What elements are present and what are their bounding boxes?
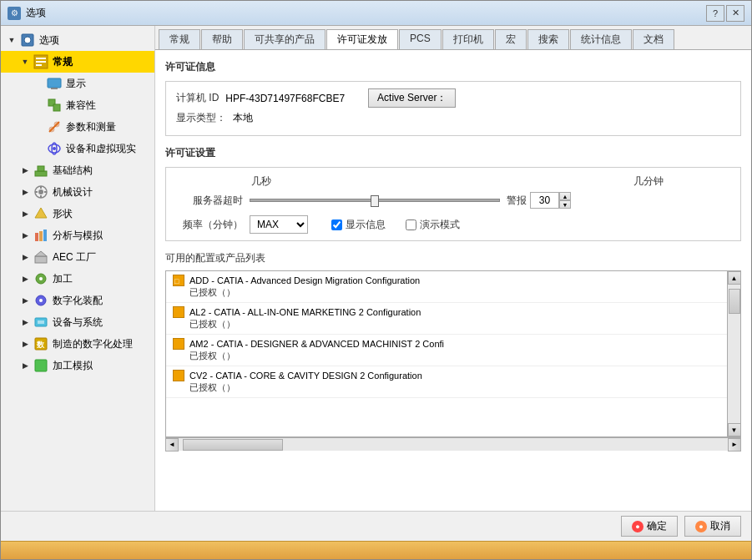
tab-sousuo[interactable]: 搜索 bbox=[527, 29, 569, 50]
right-panel: 常规 帮助 可共享的产品 许可证发放 PCS 打印机 宏 搜索 统计信息 文档 … bbox=[155, 26, 751, 511]
cancel-button[interactable]: ● 取消 bbox=[684, 516, 741, 537]
sidebar-item-fenxi[interactable]: ▶ 分析与模拟 bbox=[1, 225, 154, 246]
svg-point-19 bbox=[38, 189, 43, 194]
aec-icon bbox=[33, 249, 49, 265]
spin-down-button[interactable]: ▼ bbox=[559, 200, 571, 209]
show-info-checkbox[interactable] bbox=[331, 219, 342, 230]
footer: ● 确定 ● 取消 bbox=[1, 511, 751, 541]
main-content: ▼ 选项 ▼ bbox=[1, 26, 751, 511]
active-server-button[interactable]: Active Server： bbox=[368, 88, 456, 108]
expand-icon-xianshi bbox=[34, 79, 43, 88]
sidebar-item-zhizao[interactable]: ▶ 数 制造的数字化处理 bbox=[1, 333, 154, 355]
sidebar-item-jichujiegou[interactable]: ▶ 基础结构 bbox=[1, 159, 154, 181]
expand-icon-aec: ▶ bbox=[21, 253, 29, 261]
svg-rect-26 bbox=[39, 231, 43, 241]
sidebar-item-jianrong[interactable]: 兼容性 bbox=[1, 94, 154, 116]
computer-id-value: HPF-43D71497F68FCBE7 bbox=[225, 93, 345, 104]
sidebar-item-jixiesheji[interactable]: ▶ 机械设计 bbox=[1, 181, 154, 203]
expand-icon-canshu bbox=[34, 123, 43, 131]
list-scrollbar: ▲ ▼ bbox=[727, 271, 740, 436]
list-item[interactable]: AL2 - CATIA - ALL-IN-ONE MARKETING 2 Con… bbox=[166, 303, 727, 335]
svg-rect-42 bbox=[174, 339, 184, 349]
svg-rect-28 bbox=[35, 256, 47, 263]
shebei-icon bbox=[46, 140, 63, 157]
sidebar-item-xingzhuang[interactable]: ▶ 形状 bbox=[1, 203, 154, 225]
sidebar-item-changgui[interactable]: ▼ 常规 bbox=[1, 51, 154, 73]
sidebar-item-aec[interactable]: ▶ AEC 工厂 bbox=[1, 246, 154, 268]
sidebar-item-shebeixitong[interactable]: ▶ 设备与系统 bbox=[1, 311, 154, 333]
sidebar-item-shebei[interactable]: 设备和虚拟现实 bbox=[1, 138, 154, 159]
list-section-title: 可用的配置或产品列表 bbox=[165, 251, 741, 265]
demo-mode-checkbox[interactable] bbox=[406, 219, 416, 230]
list-item-icon bbox=[173, 306, 184, 318]
tab-pcs[interactable]: PCS bbox=[399, 29, 442, 50]
list-item[interactable]: CV2 - CATIA - CORE & CAVITY DESIGN 2 Con… bbox=[166, 366, 727, 398]
freq-select[interactable]: MAX 1 5 10 30 60 bbox=[250, 215, 308, 234]
hscroll-bar: ◄ ► bbox=[165, 437, 741, 451]
tab-bangzhu[interactable]: 帮助 bbox=[201, 29, 243, 50]
hscroll-right-button[interactable]: ► bbox=[728, 438, 741, 452]
tab-wendang[interactable]: 文档 bbox=[633, 29, 674, 50]
list-item-text: ADD - CATIA - Advanced Design Migration … bbox=[189, 275, 420, 285]
sidebar-item-canshu[interactable]: 参数和测量 bbox=[1, 116, 154, 138]
tab-dayinji[interactable]: 打印机 bbox=[442, 29, 494, 50]
xingzhuang-label: 形状 bbox=[53, 207, 73, 221]
list-item-title: □ ADD - CATIA - Advanced Design Migratio… bbox=[173, 275, 720, 286]
list-item[interactable]: AM2 - CATIA - DESIGNER & ADVANCED MACHIN… bbox=[166, 335, 727, 366]
tab-xukefazhong[interactable]: 许可证发放 bbox=[326, 29, 398, 50]
list-item-text: AM2 - CATIA - DESIGNER & ADVANCED MACHIN… bbox=[189, 339, 444, 349]
expand-icon-jianrong bbox=[34, 101, 43, 109]
shebei-label: 设备和虚拟现实 bbox=[66, 142, 136, 156]
title-bar: ⚙ 选项 ? ✕ bbox=[1, 1, 751, 26]
canshu-icon bbox=[46, 119, 63, 135]
freq-row: 频率（分钟） MAX 1 5 10 30 60 显示信息 bbox=[176, 215, 730, 234]
jixiesheji-label: 机械设计 bbox=[53, 185, 93, 199]
shuzihua-label: 数字化装配 bbox=[53, 294, 103, 308]
ok-button[interactable]: ● 确定 bbox=[621, 516, 678, 537]
tab-gongxiang[interactable]: 可共享的产品 bbox=[244, 29, 326, 50]
expand-icon-jiagong: ▶ bbox=[21, 275, 29, 283]
tabs-bar: 常规 帮助 可共享的产品 许可证发放 PCS 打印机 宏 搜索 统计信息 文档 bbox=[155, 26, 751, 50]
alert-container: 警报 ▲ ▼ bbox=[507, 192, 571, 209]
hscroll-thumb[interactable] bbox=[183, 439, 283, 451]
hscroll-track[interactable] bbox=[179, 438, 728, 451]
title-bar-buttons: ? ✕ bbox=[706, 5, 744, 22]
alert-value-input[interactable] bbox=[530, 192, 559, 209]
slider-thumb[interactable] bbox=[371, 195, 379, 207]
svg-rect-5 bbox=[36, 64, 42, 66]
changgui-icon bbox=[33, 53, 49, 70]
server-timeout-slider[interactable] bbox=[250, 199, 500, 202]
help-button[interactable]: ? bbox=[706, 5, 724, 22]
ok-icon: ● bbox=[632, 521, 643, 532]
hscroll-left-button[interactable]: ◄ bbox=[165, 438, 179, 452]
tab-tongji[interactable]: 统计信息 bbox=[570, 29, 632, 50]
sidebar-item-jiagong[interactable]: ▶ 加工 bbox=[1, 268, 154, 290]
spin-up-button[interactable]: ▲ bbox=[559, 192, 571, 200]
zhizao-label: 制造的数字化处理 bbox=[53, 337, 133, 351]
scroll-track[interactable] bbox=[728, 285, 740, 423]
jiagong-icon bbox=[33, 270, 49, 287]
scroll-thumb[interactable] bbox=[729, 289, 740, 314]
sidebar-item-jiagongmoni[interactable]: ▶ 加工模拟 bbox=[1, 355, 154, 376]
svg-point-12 bbox=[54, 122, 59, 127]
slider-labels-row: 几秒 几分钟 bbox=[176, 174, 730, 189]
svg-rect-38 bbox=[35, 360, 47, 371]
svg-rect-7 bbox=[51, 88, 58, 89]
sidebar-item-options[interactable]: ▼ 选项 bbox=[1, 29, 154, 51]
tab-hong[interactable]: 宏 bbox=[495, 29, 527, 50]
svg-rect-3 bbox=[36, 58, 46, 59]
shuzihua-icon bbox=[33, 292, 49, 309]
list-item-subtitle: 已授权（） bbox=[173, 350, 720, 362]
scroll-down-button[interactable]: ▼ bbox=[728, 423, 741, 436]
svg-rect-41 bbox=[174, 307, 184, 317]
sidebar-item-shuzihua[interactable]: ▶ 数字化装配 bbox=[1, 290, 154, 311]
svg-rect-6 bbox=[48, 78, 61, 88]
alert-spinbox[interactable]: ▲ ▼ bbox=[530, 192, 571, 209]
scroll-up-button[interactable]: ▲ bbox=[728, 271, 741, 285]
list-item[interactable]: □ ADD - CATIA - Advanced Design Migratio… bbox=[166, 271, 727, 303]
expand-icon-shebei bbox=[34, 144, 43, 153]
sidebar-item-xianshi[interactable]: 显示 bbox=[1, 73, 154, 94]
content-area: 许可证信息 计算机 ID HPF-43D71497F68FCBE7 Active… bbox=[155, 50, 751, 511]
close-button[interactable]: ✕ bbox=[726, 5, 744, 22]
tab-changgui[interactable]: 常规 bbox=[159, 29, 200, 50]
